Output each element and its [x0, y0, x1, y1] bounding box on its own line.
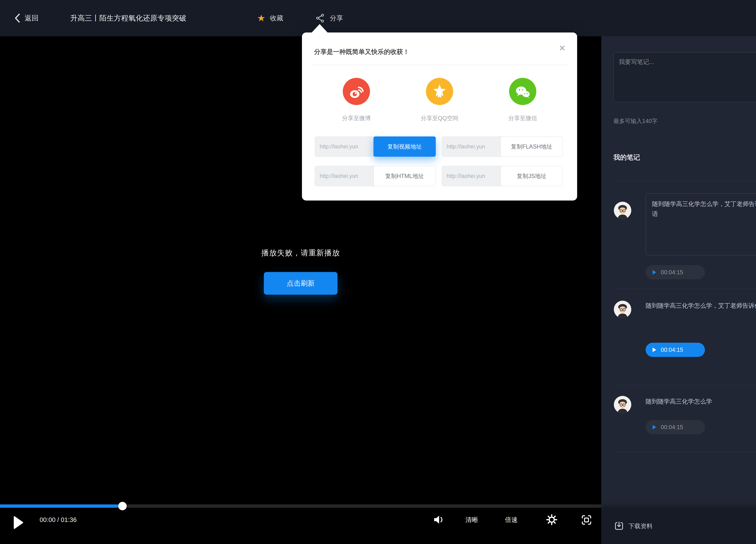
favorite-label: 收藏 [270, 14, 283, 23]
js-url-input[interactable] [442, 166, 504, 186]
note-timestamp: 00:04:15 [661, 424, 683, 430]
copy-row-js: 复制JS地址 [442, 166, 563, 186]
note-timestamp-pill[interactable]: 00:04:15 [646, 343, 705, 357]
volume-button[interactable] [432, 513, 445, 526]
video-url-input[interactable] [315, 137, 377, 156]
share-targets: 分享至微博 分享至QQ空间 分享至微信 [302, 78, 577, 122]
note-avatar [614, 301, 631, 318]
speed-button[interactable]: 倍速 [505, 511, 518, 529]
copy-row-video: 复制视频地址 [315, 137, 436, 157]
play-icon [652, 347, 657, 352]
note-text: 随到随学高三化学怎么学 [646, 396, 756, 406]
divider [613, 385, 756, 386]
speaker-icon [432, 513, 445, 526]
copy-flash-url-button[interactable]: 复制FLASH地址 [500, 137, 563, 157]
note-avatar [614, 396, 631, 413]
progress-fill [0, 504, 123, 508]
copy-link-rows: 复制视频地址 复制FLASH地址 复制HTML地址 复制JS地址 [315, 137, 563, 186]
star-icon: ★ [257, 13, 266, 23]
play-icon [652, 425, 657, 430]
gear-icon [546, 513, 558, 526]
panel-footer: 下载资料 已学完 [601, 508, 756, 544]
divider [613, 288, 756, 289]
wechat-icon [509, 78, 536, 105]
flash-url-input[interactable] [442, 137, 504, 156]
topbar: 返回 升高三丨陌生方程氧化还原专项突破 ★ 收藏 分享 [0, 0, 756, 36]
note-edit-box[interactable]: 随到随学高三化学怎么学，艾丁老师告诉你如何学好高三英语 [646, 194, 756, 256]
quality-button[interactable]: 清晰 [465, 511, 478, 529]
progress-handle[interactable] [118, 502, 127, 510]
back-label: 返回 [25, 13, 39, 23]
back-chevron-icon [14, 13, 20, 23]
note-input[interactable] [613, 52, 756, 102]
download-label: 下载资料 [628, 522, 653, 530]
close-icon[interactable]: ✕ [559, 44, 566, 52]
note-timestamp-pill[interactable]: 00:04:15 [646, 420, 705, 434]
back-button[interactable]: 返回 [14, 0, 39, 36]
share-wechat-button[interactable]: 分享至微信 [509, 78, 536, 122]
play-button[interactable] [13, 516, 24, 529]
app: 返回 升高三丨陌生方程氧化还原专项突破 ★ 收藏 分享 播放失败，请重新播放 点… [0, 0, 756, 544]
fullscreen-button[interactable] [581, 514, 592, 526]
download-icon [614, 521, 624, 531]
share-target-label: 分享至微信 [508, 114, 537, 122]
time-display: 00:00 / 01:36 [40, 511, 77, 529]
copy-js-url-button[interactable]: 复制JS地址 [500, 166, 563, 186]
note-text: 随到随学高三化学怎么学，艾丁老师告诉你如何学好高三英语 [646, 300, 756, 311]
copy-row-html: 复制HTML地址 [315, 166, 436, 186]
divider [613, 452, 756, 452]
share-icon [315, 13, 325, 23]
copy-html-url-button[interactable]: 复制HTML地址 [373, 166, 436, 186]
qzone-icon [426, 78, 453, 105]
progress-bar[interactable] [0, 504, 601, 508]
page-title: 升高三丨陌生方程氧化还原专项突破 [70, 0, 186, 36]
html-url-input[interactable] [315, 166, 377, 186]
play-icon [652, 270, 657, 275]
share-dialog: 分享是一种既简单又快乐的收获！ ✕ 分享至微博 分享至QQ空间 分享至微信 [302, 33, 577, 201]
note-avatar [614, 202, 631, 219]
dialog-title: 分享是一种既简单又快乐的收获！ [314, 48, 409, 56]
copy-video-url-button[interactable]: 复制视频地址 [373, 137, 436, 157]
my-notes-title: 我的笔记 [613, 153, 640, 162]
note-timestamp: 00:04:15 [661, 269, 683, 275]
note-timestamp-pill[interactable]: 00:04:15 [646, 265, 705, 279]
dialog-arrow [311, 24, 328, 33]
share-weibo-button[interactable]: 分享至微博 [343, 78, 370, 122]
copy-row-flash: 复制FLASH地址 [442, 137, 563, 157]
playback-error-text: 播放失败，请重新播放 [0, 248, 601, 258]
share-qzone-button[interactable]: 分享至QQ空间 [426, 78, 453, 122]
download-button[interactable]: 下载资料 [614, 508, 653, 544]
notes-panel: 最多可输入140字 我要提交 我的笔记 随到随学高三化学怎么学，艾丁老师告诉你如… [601, 36, 756, 508]
fullscreen-icon [581, 514, 592, 526]
settings-button[interactable] [546, 513, 558, 526]
share-target-label: 分享至QQ空间 [421, 114, 458, 122]
play-icon [13, 516, 24, 529]
char-limit-hint: 最多可输入140字 [613, 117, 657, 125]
dialog-divider [312, 65, 567, 65]
note-timestamp: 00:04:15 [661, 347, 683, 353]
share-label: 分享 [330, 14, 343, 23]
weibo-icon [343, 78, 370, 105]
favorite-button[interactable]: ★ 收藏 [257, 0, 283, 36]
share-target-label: 分享至微博 [342, 114, 371, 122]
refresh-button[interactable]: 点击刷新 [264, 272, 337, 295]
